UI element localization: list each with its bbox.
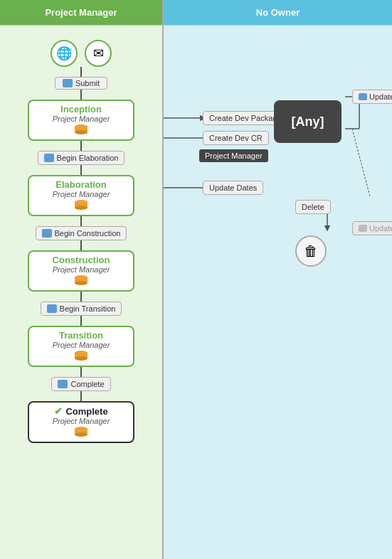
header-left-label: Project Manager	[0, 0, 164, 25]
construction-title: Construction	[33, 255, 129, 265]
update-disabled-button: Update	[352, 221, 392, 235]
transition-subtitle: Project Manager	[33, 341, 129, 349]
main-container: Project Manager No Owner 🌐 ✉ Submit	[0, 0, 392, 559]
elaboration-db-icon	[33, 200, 129, 212]
top-icons-group: 🌐 ✉	[51, 40, 112, 67]
begin-construction-label: Begin Construction	[55, 229, 121, 238]
trash-glyph: 🗑	[304, 243, 318, 260]
connector-line	[80, 316, 82, 326]
delete-label: Delete	[302, 203, 324, 211]
header-right-label: No Owner	[164, 0, 392, 25]
submit-icon	[63, 79, 73, 87]
email-icon: ✉	[85, 40, 112, 67]
globe-icon: 🌐	[51, 40, 78, 67]
any-box: [Any]	[274, 100, 341, 143]
inception-db-icon	[33, 124, 129, 137]
update-disabled-icon	[359, 225, 367, 232]
update-dates-label: Update Dates	[209, 183, 257, 192]
transition-title: Transition	[33, 330, 129, 341]
update-active-label: Update	[369, 92, 392, 101]
complete-label: Complete	[70, 380, 104, 388]
svg-point-5	[75, 206, 88, 210]
connector-line	[80, 216, 82, 226]
right-lane: Create Dev Package Create Dev CR [Any] P…	[164, 26, 392, 559]
transition-db-icon	[33, 351, 129, 363]
tooltip-project-manager: Project Manager	[199, 149, 268, 162]
elaboration-subtitle: Project Manager	[33, 190, 129, 198]
complete-state-subtitle: Project Manager	[33, 417, 129, 425]
connector-line	[80, 141, 82, 151]
construction-state: Construction Project Manager	[28, 250, 134, 292]
connector-line	[80, 240, 82, 250]
construction-db-icon	[33, 275, 129, 287]
flow-container: 🌐 ✉ Submit Inception Project Manager	[0, 33, 162, 443]
connector-line	[80, 367, 82, 377]
construction-subtitle: Project Manager	[33, 265, 129, 274]
begin-elaboration-label: Begin Elaboration	[57, 154, 119, 162]
svg-point-8	[75, 281, 88, 285]
inception-subtitle: Project Manager	[33, 115, 129, 123]
update-icon	[359, 93, 367, 100]
left-lane: 🌐 ✉ Submit Inception Project Manager	[0, 26, 164, 559]
connector-line	[80, 292, 82, 302]
create-dev-cr-label: Create Dev CR	[209, 134, 263, 142]
begin-transition-button[interactable]: Begin Transition	[41, 302, 122, 316]
complete-state-title: ✔ Complete	[33, 405, 129, 417]
update-active-button[interactable]: Update	[352, 90, 392, 104]
create-dev-package-label: Create Dev Package	[209, 114, 282, 122]
begin-elaboration-button[interactable]: Begin Elaboration	[38, 151, 125, 165]
check-icon: ✔	[54, 405, 63, 417]
trans-btn-icon	[44, 154, 54, 162]
update-disabled-label: Update	[369, 224, 392, 233]
connector-line	[80, 165, 82, 175]
elaboration-state: Elaboration Project Manager	[28, 175, 134, 216]
complete-button[interactable]: Complete	[51, 377, 110, 391]
trans-btn-icon	[58, 380, 68, 388]
transition-state: Transition Project Manager	[28, 326, 134, 367]
delete-button[interactable]: Delete	[295, 200, 331, 214]
complete-state: ✔ Complete Project Manager	[28, 401, 134, 443]
trash-icon: 🗑	[295, 235, 327, 267]
tooltip-text: Project Manager	[205, 151, 263, 160]
complete-db-icon	[33, 427, 129, 439]
svg-point-14	[75, 432, 88, 437]
submit-label: Submit	[75, 79, 100, 87]
header: Project Manager No Owner	[0, 0, 392, 26]
update-dates-button[interactable]: Update Dates	[203, 181, 263, 195]
trans-btn-icon	[42, 229, 52, 238]
svg-point-11	[75, 356, 88, 361]
connector-line	[80, 90, 82, 100]
content-area: 🌐 ✉ Submit Inception Project Manager	[0, 26, 392, 559]
inception-state: Inception Project Manager	[28, 100, 134, 141]
create-dev-cr-button[interactable]: Create Dev CR	[203, 131, 269, 145]
svg-point-2	[75, 130, 88, 134]
inception-title: Inception	[33, 104, 129, 115]
elaboration-title: Elaboration	[33, 179, 129, 190]
connector-line	[80, 67, 82, 77]
trans-btn-icon	[47, 304, 57, 313]
begin-transition-label: Begin Transition	[60, 304, 116, 313]
connector-line	[80, 391, 82, 401]
submit-button[interactable]: Submit	[55, 77, 107, 90]
begin-construction-button[interactable]: Begin Construction	[36, 226, 127, 240]
any-label: [Any]	[292, 115, 324, 129]
svg-line-23	[352, 129, 370, 196]
